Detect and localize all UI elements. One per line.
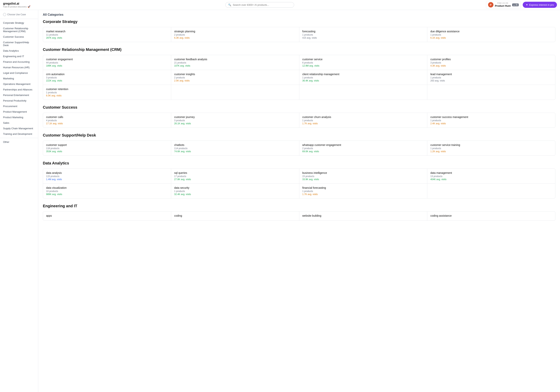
category-customer-support: Customer Support/Help Desk customer supp…: [43, 133, 555, 156]
sidebar-item-hr[interactable]: Human Resources (HR): [0, 65, 38, 70]
cards-grid-customer-support: customer support 118 products 353K avg. …: [43, 141, 555, 156]
search-area: 🔍: [34, 2, 486, 8]
cards-grid-corporate-strategy: market research 11 products 287K avg. vi…: [43, 27, 555, 42]
category-heading-engineering: Engineering and IT: [43, 204, 555, 209]
rocket-icon: 🚀: [28, 5, 30, 8]
search-icon: 🔍: [228, 3, 231, 6]
card-customer-churn[interactable]: customer churn analysis 1 products 1.7K …: [299, 113, 427, 127]
sidebar-item-sales[interactable]: Sales: [0, 120, 38, 126]
main-content: All Categories Corporate Strategy market…: [38, 10, 560, 392]
card-coding-assistance[interactable]: coding assistance: [427, 212, 555, 220]
sidebar-item-product-marketing[interactable]: Product Marketing: [0, 115, 38, 120]
category-heading-crm: Customer Relationship Management (CRM): [43, 48, 555, 53]
card-customer-support[interactable]: customer support 118 products 353K avg. …: [43, 141, 171, 156]
sidebar: Choose Use Case Corporate Strategy Custo…: [0, 10, 38, 392]
express-interest-button[interactable]: ✦ Express interest in pro: [523, 2, 557, 8]
category-heading-customer-support: Customer Support/Help Desk: [43, 133, 555, 138]
card-crm-placeholder-2: [171, 85, 299, 100]
star-icon: ✦: [526, 3, 528, 6]
card-customer-insights[interactable]: customer insights 2 products 2.5K avg. v…: [171, 70, 299, 85]
sidebar-item-customer-success[interactable]: Customer Success: [0, 34, 38, 39]
card-service-training[interactable]: customer service training 1 products 1.2…: [427, 141, 555, 156]
sidebar-item-supply-chain[interactable]: Supply Chain Management: [0, 126, 38, 131]
sidebar-item-engineering[interactable]: Engineering and IT: [0, 54, 38, 59]
card-crm-placeholder-4: [427, 85, 555, 100]
category-engineering: Engineering and IT apps coding website b…: [43, 204, 555, 221]
logo-area: gregslist.ai Fast AI product discovery 🚀: [3, 2, 34, 8]
sidebar-item-crm[interactable]: Customer Relationship Management (CRM): [0, 26, 38, 34]
product-hunt-text: FIND US ON Product Hunt: [495, 2, 511, 8]
cards-grid-data-analytics: data analysis 115 products 1.4M avg. vis…: [43, 168, 555, 198]
category-heading-customer-success: Customer Success: [43, 105, 555, 110]
category-heading-corporate-strategy: Corporate Strategy: [43, 20, 555, 25]
card-whatsapp[interactable]: whatsapp customer engagement 2 products …: [299, 141, 427, 156]
card-apps[interactable]: apps: [43, 212, 171, 220]
sidebar-item-corporate-strategy[interactable]: Corporate Strategy: [0, 20, 38, 26]
card-customer-profiles[interactable]: customer profiles 3 products 4.3K avg. v…: [427, 55, 555, 70]
sidebar-item-finance[interactable]: Finance and Accounting: [0, 59, 38, 65]
card-forecasting[interactable]: forecasting 1 products 415 avg. visits: [299, 27, 427, 42]
logo-title: gregslist.ai: [3, 2, 34, 5]
card-client-relationship[interactable]: client relationship management 1 product…: [299, 70, 427, 85]
card-lead-management[interactable]: lead management 1 products 263 avg. visi…: [427, 70, 555, 85]
sidebar-item-personal-entertainment[interactable]: Personal Entertainment: [0, 92, 38, 98]
product-hunt-icon: P: [488, 2, 493, 8]
card-financial-forecasting[interactable]: financial forecasting 1 products 1.7K av…: [299, 184, 427, 198]
card-market-research[interactable]: market research 11 products 287K avg. vi…: [43, 27, 171, 42]
card-data-security[interactable]: data security 1 products 32.4K avg. visi…: [171, 184, 299, 198]
header: gregslist.ai Fast AI product discovery 🚀…: [0, 0, 560, 10]
card-customer-service[interactable]: customer service 6 products 12.9M avg. v…: [299, 55, 427, 70]
header-right: P FIND US ON Product Hunt ▲ 21 ✦ Express…: [486, 1, 557, 9]
logo-subtitle: Fast AI product discovery 🚀: [3, 5, 34, 8]
sidebar-item-customer-support[interactable]: Customer Support/Help Desk: [0, 39, 38, 48]
card-strategic-planning[interactable]: strategic planning 2 products 6.3K avg. …: [171, 27, 299, 42]
product-hunt-button[interactable]: P FIND US ON Product Hunt ▲ 21: [486, 1, 521, 9]
category-heading-data-analytics: Data Analytics: [43, 161, 555, 166]
sidebar-item-other[interactable]: Other: [0, 139, 38, 145]
page-title: All Categories: [43, 13, 555, 16]
sidebar-item-product-management[interactable]: Product Management: [0, 109, 38, 115]
sidebar-choose-use-case[interactable]: Choose Use Case: [0, 11, 38, 18]
sidebar-item-operations[interactable]: Operations Management: [0, 81, 38, 87]
sidebar-item-legal[interactable]: Legal and Compliance: [0, 70, 38, 76]
layout: Choose Use Case Corporate Strategy Custo…: [0, 10, 560, 392]
card-crm-placeholder-3: [299, 85, 427, 100]
card-data-management[interactable]: data management 13 products 404K avg. vi…: [427, 169, 555, 183]
card-customer-feedback[interactable]: customer feedback analysis 21 products 1…: [171, 55, 299, 70]
cards-grid-engineering: apps coding website building coding assi…: [43, 211, 555, 221]
card-customer-retention[interactable]: customer retention 1 products 6.5K avg. …: [43, 85, 171, 100]
cards-grid-crm: customer engagement 44 products 189K avg…: [43, 55, 555, 100]
card-business-intelligence[interactable]: business intelligence 15 products 33.9K …: [299, 169, 427, 183]
card-data-visualization[interactable]: data visualization 10 products 989K avg.…: [43, 184, 171, 198]
card-data-analysis[interactable]: data analysis 115 products 1.4M avg. vis…: [43, 169, 171, 183]
card-chatbots[interactable]: chatbots 114 products 74.6K avg. visits: [171, 141, 299, 156]
card-due-diligence[interactable]: due diligence assistance 1 products 6.1K…: [427, 27, 555, 42]
category-crm: Customer Relationship Management (CRM) c…: [43, 48, 555, 100]
sidebar-item-training[interactable]: Training and Development: [0, 131, 38, 137]
sidebar-divider: [0, 19, 38, 19]
card-website-building[interactable]: website building: [299, 212, 427, 220]
search-box: 🔍: [225, 2, 294, 8]
card-customer-success-mgmt[interactable]: customer success management 1 products 2…: [427, 113, 555, 127]
sidebar-item-marketing[interactable]: Marketing: [0, 76, 38, 81]
cards-grid-customer-success: customer calls 4 products 17.1K avg. vis…: [43, 113, 555, 128]
card-sql-queries[interactable]: sql queries 17 products 27.8K avg. visit…: [171, 169, 299, 183]
card-data-placeholder: [427, 184, 555, 198]
card-coding[interactable]: coding: [171, 212, 299, 220]
circle-icon: [3, 13, 6, 16]
card-customer-engagement[interactable]: customer engagement 44 products 189K avg…: [43, 55, 171, 70]
product-hunt-count: ▲ 21: [512, 3, 519, 6]
category-data-analytics: Data Analytics data analysis 115 product…: [43, 161, 555, 198]
sidebar-item-data-analytics[interactable]: Data Analytics: [0, 48, 38, 54]
sidebar-item-personal-productivity[interactable]: Personal Productivity: [0, 98, 38, 103]
card-customer-calls[interactable]: customer calls 4 products 17.1K avg. vis…: [43, 113, 171, 127]
category-corporate-strategy: Corporate Strategy market research 11 pr…: [43, 20, 555, 42]
category-customer-success: Customer Success customer calls 4 produc…: [43, 105, 555, 128]
card-crm-automation[interactable]: crm automation 3 products 222K avg. visi…: [43, 70, 171, 85]
card-customer-journey[interactable]: customer journey 3 products 26.1K avg. v…: [171, 113, 299, 127]
search-input[interactable]: [233, 3, 291, 6]
sidebar-item-procurement[interactable]: Procurement: [0, 103, 38, 109]
sidebar-item-partnerships[interactable]: Partnerships and Alliances: [0, 87, 38, 92]
